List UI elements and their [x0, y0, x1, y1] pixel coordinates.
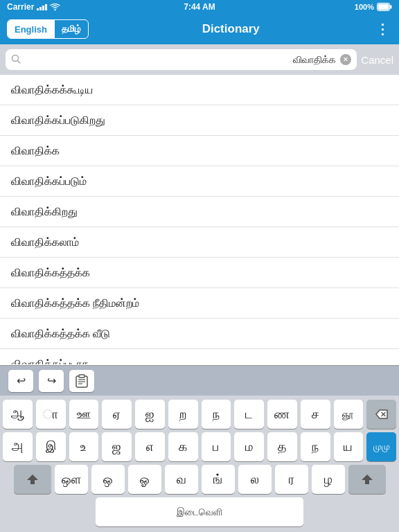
signal-icon [37, 4, 47, 10]
keyboard-toolbar: ↩ ↪ [0, 365, 399, 396]
battery-label: 100% [355, 3, 374, 11]
svg-marker-14 [362, 475, 373, 484]
key-tha[interactable]: த [267, 432, 297, 461]
svg-line-5 [18, 60, 21, 63]
key-u[interactable]: உ [69, 432, 99, 461]
status-time: 7:44 AM [184, 2, 215, 12]
keyboard-row-3: ஒள ஒ ஓ வ ங் ல ர ழ [3, 465, 396, 494]
shift-right-key[interactable] [348, 465, 386, 494]
list-item[interactable]: விவாதிக்க [0, 136, 399, 166]
undo-button[interactable]: ↩ [8, 370, 33, 392]
key-e2[interactable]: எ [135, 432, 165, 461]
list-item[interactable]: விவாதிக்கலாம் [0, 227, 399, 258]
search-field[interactable]: விவாதிக்க [6, 49, 357, 70]
key-ka[interactable]: க [168, 432, 198, 461]
key-ai[interactable]: ஐ [135, 400, 165, 429]
key-va[interactable]: வ [165, 465, 198, 494]
key-o[interactable]: ஒ [91, 465, 125, 494]
key-ra2[interactable]: ர [275, 465, 308, 494]
shift-right-icon [361, 473, 373, 486]
key-ow[interactable]: ஒள [55, 465, 88, 494]
search-input[interactable]: விவாதிக்க [25, 54, 336, 66]
clipboard-button[interactable] [69, 370, 94, 392]
results-list: விவாதிக்கக்கூடியவிவாதிக்கப்படுகிறதுவிவாத… [0, 75, 399, 364]
key-zha[interactable]: ழ [312, 465, 345, 494]
keyboard-row-1: ஆ ா ஊ ஏ ஐ ற ந ட ண ச ஞூ [3, 400, 396, 429]
keyboard-row-2: அ இ உ ஜ எ க ப ம த ந ய முமு [3, 432, 396, 461]
key-pa[interactable]: ப [202, 432, 231, 461]
list-item[interactable]: விவாதிக்கத்தக்க வீடு [0, 319, 399, 349]
key-ya[interactable]: ய [334, 432, 364, 461]
cancel-button[interactable]: Cancel [361, 54, 393, 66]
key-ma[interactable]: ம [234, 432, 264, 461]
carrier-label: Carrier [7, 2, 34, 12]
tamil-lang-btn[interactable]: தமிழ் [55, 20, 88, 38]
list-item[interactable]: விவாதிக்கக்கூடிய [0, 75, 399, 105]
status-left: Carrier [7, 2, 60, 12]
list-item[interactable]: விவாதிக்கிறது [0, 197, 399, 227]
key-nga[interactable]: ங் [202, 465, 235, 494]
undo-icon: ↩ [17, 374, 26, 387]
redo-icon: ↪ [47, 374, 56, 387]
key-mumu[interactable]: முமு [366, 432, 396, 461]
svg-rect-2 [378, 4, 389, 10]
list-item[interactable]: விவாதிக்கத்தக்க நீதிமன்றம் [0, 288, 399, 319]
key-i[interactable]: இ [36, 432, 66, 461]
key-ca[interactable]: ச [301, 400, 330, 429]
key-e[interactable]: ஏ [102, 400, 132, 429]
keyboard-keys: ஆ ா ஊ ஏ ஐ ற ந ட ண ச ஞூ அ இ உ ஜ [0, 396, 399, 532]
nav-bar: English தமிழ் Dictionary ⋮ [0, 14, 399, 44]
list-item[interactable]: விவாதிக்கப்படும் [0, 166, 399, 197]
key-la[interactable]: ல [238, 465, 272, 494]
search-clear-button[interactable] [340, 54, 351, 65]
status-right: 100% [355, 3, 392, 11]
key-ta[interactable]: ட [234, 400, 264, 429]
battery-icon [377, 3, 392, 11]
english-lang-btn[interactable]: English [8, 20, 54, 38]
redo-button[interactable]: ↪ [39, 370, 64, 392]
backspace-icon [375, 409, 389, 420]
list-item[interactable]: விவாதிக்கத்தக்க [0, 258, 399, 288]
language-toggle: English தமிழ் [7, 19, 89, 39]
key-ra[interactable]: ற [168, 400, 198, 429]
wifi-icon [50, 3, 60, 11]
svg-rect-7 [79, 375, 85, 378]
spacebar-key[interactable]: இடைவெளி [96, 497, 303, 526]
more-options-button[interactable]: ⋮ [373, 20, 392, 38]
svg-point-0 [55, 9, 56, 10]
key-na2[interactable]: ந [301, 432, 330, 461]
clipboard-icon [76, 374, 88, 388]
svg-rect-3 [390, 6, 392, 9]
shift-left-icon [26, 473, 39, 486]
key-jnju[interactable]: ஞூ [334, 400, 364, 429]
keyboard-row-4: இடைவெளி [3, 497, 396, 526]
key-aa2[interactable]: ா [36, 400, 66, 429]
key-na[interactable]: ந [202, 400, 231, 429]
search-icon [11, 54, 21, 66]
key-nna[interactable]: ண [267, 400, 297, 429]
list-item[interactable]: விவாதிக்கப்படாத [0, 349, 399, 364]
key-a[interactable]: அ [3, 432, 33, 461]
key-ja[interactable]: ஜ [102, 432, 132, 461]
key-uu[interactable]: ஊ [69, 400, 99, 429]
search-bar: விவாதிக்க Cancel [0, 44, 399, 75]
shift-left-key[interactable] [14, 465, 51, 494]
list-item[interactable]: விவாதிக்கப்படுகிறது [0, 105, 399, 136]
key-aa[interactable]: ஆ [3, 400, 33, 429]
key-oo[interactable]: ஓ [128, 465, 161, 494]
nav-title: Dictionary [94, 22, 367, 36]
keyboard-area: ↩ ↪ ஆ ா ஊ ஏ ஐ ற ந ட ண ச [0, 365, 399, 532]
status-bar: Carrier 7:44 AM 100% [0, 0, 399, 14]
svg-marker-13 [27, 475, 38, 484]
backspace-key[interactable] [366, 400, 396, 429]
